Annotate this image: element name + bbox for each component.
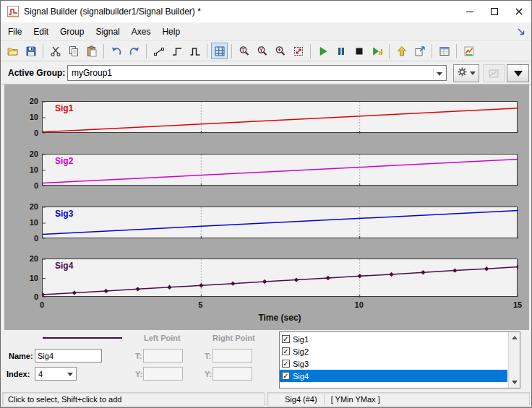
fit-view-button[interactable]: [290, 43, 306, 59]
run-all-button[interactable]: [369, 43, 385, 59]
toolbar-separator: [432, 44, 432, 58]
run-icon: [317, 45, 329, 57]
open-icon: [7, 45, 19, 57]
zoom-in-button[interactable]: [272, 43, 288, 59]
combobox-value: myGroup1: [72, 68, 112, 78]
select-arrow-icon: [65, 370, 74, 379]
redo-button[interactable]: [126, 43, 142, 59]
vertical-scrollbar[interactable]: [508, 332, 520, 388]
checkbox-icon[interactable]: ✓: [282, 360, 290, 368]
signal-builder-window: Signal Builder (signalbuilder1/Signal Bu…: [0, 0, 532, 408]
combobox-arrow-icon[interactable]: [433, 68, 445, 79]
pause-button[interactable]: [332, 43, 349, 59]
menu-axes[interactable]: Axes: [126, 24, 157, 40]
zoom-in-icon: [275, 45, 286, 57]
listbox-item-sig3[interactable]: ✓Sig3: [280, 357, 507, 370]
xtick-label: 0: [33, 300, 51, 309]
zoom-time-button[interactable]: T: [236, 43, 252, 59]
zoom-y-icon: Y: [257, 45, 268, 57]
status-selection: Sig4 (#4): [285, 395, 317, 404]
menu-file[interactable]: File: [2, 24, 27, 40]
pulse-mode-button[interactable]: [186, 43, 203, 59]
dock-button[interactable]: [515, 26, 527, 38]
maximize-icon: [492, 9, 498, 15]
right-y-label: Y:: [205, 370, 212, 378]
ytick-label: 20: [18, 97, 38, 105]
axes-sig3[interactable]: Sig320100: [42, 207, 518, 238]
active-group-combobox[interactable]: myGroup1: [67, 65, 447, 81]
open-button[interactable]: [4, 43, 21, 59]
right-point-label: Right Point: [213, 334, 255, 342]
right-t-input: [213, 349, 252, 363]
collapse-panel-button[interactable]: [507, 64, 529, 82]
ytick-label: 20: [18, 202, 38, 211]
requirements-button[interactable]: [436, 43, 452, 59]
window-title: Signal Builder (signalbuilder1/Signal Bu…: [24, 6, 201, 17]
ytick-label: 20: [18, 149, 38, 158]
signal-properties-icon: [463, 45, 475, 57]
open-model-button[interactable]: [411, 43, 428, 59]
undo-icon: [111, 45, 122, 57]
menu-edit[interactable]: Edit: [27, 24, 54, 40]
signal-plot-sig1: [43, 102, 518, 134]
snap-grid-button[interactable]: [211, 43, 228, 59]
signal-listbox[interactable]: ✓Sig1✓Sig2✓Sig3✓Sig4: [279, 331, 520, 389]
pause-icon: [335, 45, 347, 57]
signal-label-sig2: Sig2: [55, 156, 73, 166]
index-value: 4: [38, 370, 43, 378]
scroll-down-button[interactable]: [509, 377, 520, 388]
axes-sig1[interactable]: Sig120100: [42, 101, 518, 133]
toolbar-separator: [103, 44, 104, 58]
menu-signal[interactable]: Signal: [90, 24, 125, 40]
run-button[interactable]: [314, 43, 331, 59]
scroll-up-button[interactable]: [509, 332, 520, 343]
listbox-item-sig4[interactable]: ✓Sig4: [280, 370, 507, 382]
menu-help[interactable]: Help: [156, 24, 186, 40]
step-mode-button[interactable]: [168, 43, 185, 59]
listbox-item-sig2[interactable]: ✓Sig2: [280, 345, 507, 357]
group-settings-button[interactable]: [453, 64, 479, 82]
left-t-label: T:: [135, 352, 142, 360]
cut-button[interactable]: [47, 43, 64, 59]
signal-label-sig4: Sig4: [55, 261, 73, 271]
checkbox-icon[interactable]: ✓: [282, 347, 290, 355]
left-y-input: [143, 367, 183, 381]
axes-sig4[interactable]: Sig420100: [42, 259, 518, 297]
title-bar: Signal Builder (signalbuilder1/Signal Bu…: [1, 1, 531, 22]
active-group-row: Active Group: myGroup1: [1, 61, 531, 84]
minimize-button[interactable]: [458, 1, 482, 22]
bottom-panel: Left Point Right Point Name: Index: 4 T:…: [1, 330, 531, 391]
paste-icon: [86, 45, 98, 57]
stop-button[interactable]: [351, 43, 367, 59]
maximize-button[interactable]: [482, 1, 507, 22]
requirements-icon: [439, 45, 450, 57]
axes-sig2[interactable]: Sig220100: [42, 154, 518, 186]
paste-button[interactable]: [83, 43, 100, 59]
status-right-panel: Sig4 (#4) [ YMin YMax ]: [267, 392, 530, 407]
line-mode-icon: [153, 45, 165, 57]
signal-properties-button[interactable]: [460, 43, 477, 59]
close-button[interactable]: [507, 1, 531, 22]
listbox-item-sig1[interactable]: ✓Sig1: [280, 333, 507, 345]
preview-button: [483, 64, 505, 82]
index-select[interactable]: 4: [35, 367, 77, 381]
zoom-y-button[interactable]: Y: [254, 43, 270, 59]
status-range: [ YMin YMax ]: [331, 395, 380, 404]
ytick-label: 0: [18, 234, 38, 243]
save-button[interactable]: [22, 43, 39, 59]
menu-group[interactable]: Group: [54, 24, 90, 40]
dropdown-arrow-icon: [470, 71, 476, 75]
status-bar: Click to select, Shift+click to add Sig4…: [1, 391, 531, 408]
undo-button[interactable]: [108, 43, 124, 59]
up-to-parent-button[interactable]: [393, 43, 410, 59]
listbox-item-label: Sig2: [293, 347, 309, 356]
signal-label-sig3: Sig3: [55, 209, 73, 219]
line-mode-button[interactable]: [150, 43, 167, 59]
copy-button[interactable]: [65, 43, 82, 59]
checkbox-icon[interactable]: ✓: [282, 372, 290, 380]
name-input[interactable]: [35, 349, 102, 363]
checkbox-icon[interactable]: ✓: [282, 335, 290, 343]
toolbar: TY: [1, 41, 531, 61]
step-mode-icon: [171, 45, 183, 57]
pulse-mode-icon: [189, 45, 201, 57]
